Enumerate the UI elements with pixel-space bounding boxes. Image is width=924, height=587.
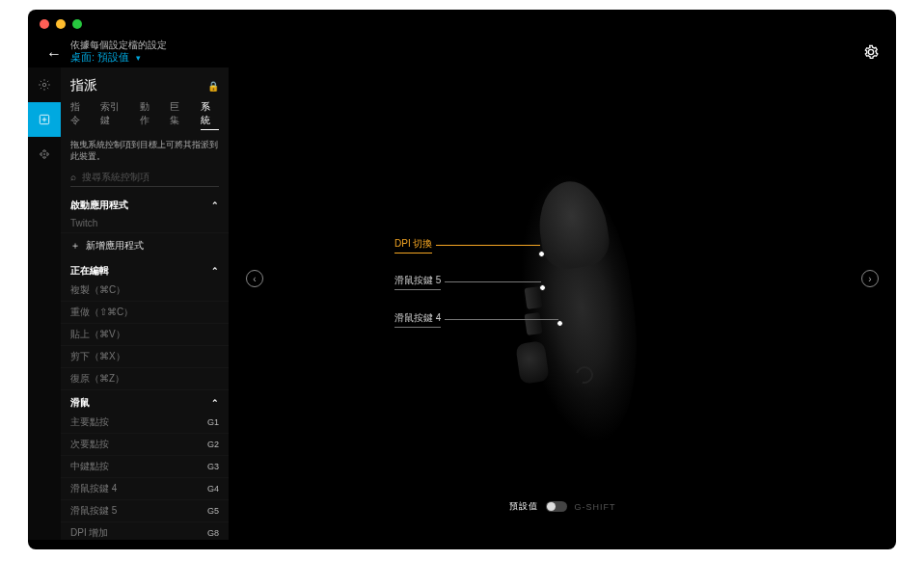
mouse-btn4[interactable]: 滑鼠按鍵 4G4 xyxy=(61,478,229,500)
callout-btn5-label: 滑鼠按鍵 5 xyxy=(394,274,441,290)
svg-line-7 xyxy=(41,88,41,89)
section-editing-label: 正在編輯 xyxy=(70,264,109,278)
tab-macros[interactable]: 巨集 xyxy=(170,100,188,130)
callout-btn4-label: 滑鼠按鍵 4 xyxy=(394,311,441,328)
header: ← 依據每個設定檔的設定 桌面: 預設值 ▾ xyxy=(28,10,896,58)
assignments-panel: 指派 🔒 指令 索引鍵 動作 巨集 系統 拖曳系統控制項到目標上可將其指派到此裝… xyxy=(61,67,229,540)
svg-point-0 xyxy=(42,83,46,87)
prev-view-button[interactable]: ‹ xyxy=(246,270,263,287)
plus-box-icon xyxy=(38,113,51,126)
mouse-secondary[interactable]: 次要點按G2 xyxy=(61,434,229,456)
drag-hint: 拖曳系統控制項到目標上可將其指派到此裝置。 xyxy=(61,136,229,166)
cmd-paste[interactable]: 貼上（⌘V） xyxy=(61,324,229,346)
search-box[interactable]: ⌕ xyxy=(70,170,219,187)
rail-assignments[interactable] xyxy=(28,102,61,137)
mouse-dpi-up[interactable]: DPI 增加G8 xyxy=(61,522,229,540)
gshift-switch[interactable] xyxy=(546,501,567,512)
section-mouse-label: 滑鼠 xyxy=(70,396,90,410)
section-editing[interactable]: 正在編輯 ⌃ xyxy=(61,258,229,280)
chevron-up-icon: ⌃ xyxy=(211,200,219,210)
chevron-up-icon: ⌃ xyxy=(211,398,219,408)
rail-sensitivity[interactable] xyxy=(28,137,61,172)
panel-header: 指派 🔒 xyxy=(61,67,229,100)
svg-line-8 xyxy=(47,81,48,82)
device-canvas: ‹ › DPI 切換 滑鼠按鍵 5 滑鼠按鍵 4 預設值 xyxy=(229,67,896,549)
toggle-gshift-label: G-SHIFT xyxy=(575,502,616,512)
search-input[interactable] xyxy=(82,172,219,182)
mouse-btn5[interactable]: 滑鼠按鍵 5G5 xyxy=(61,500,229,522)
svg-line-6 xyxy=(47,88,48,89)
tab-commands[interactable]: 指令 xyxy=(70,100,89,130)
section-launch-label: 啟動應用程式 xyxy=(70,199,128,212)
left-rail xyxy=(28,67,61,540)
profile-name: 預設值 xyxy=(97,51,129,63)
svg-point-12 xyxy=(43,153,44,154)
device-image xyxy=(518,173,634,443)
crosshair-icon xyxy=(38,147,51,161)
app-window: ← 依據每個設定檔的設定 桌面: 預設值 ▾ 指派 🔒 指令 索引鍵 動作 xyxy=(28,10,896,549)
add-app-label: 新增應用程式 xyxy=(86,239,144,253)
tab-keys[interactable]: 索引鍵 xyxy=(100,100,128,130)
cmd-copy[interactable]: 複製（⌘C） xyxy=(61,280,229,302)
section-launch-app[interactable]: 啟動應用程式 ⌃ xyxy=(61,193,229,214)
category-tabs: 指令 索引鍵 動作 巨集 系統 xyxy=(61,100,229,136)
settings-button[interactable] xyxy=(863,44,879,60)
callout-mouse-btn5[interactable]: 滑鼠按鍵 5 xyxy=(394,273,546,291)
sun-icon xyxy=(38,78,51,92)
toggle-default-label: 預設值 xyxy=(509,500,538,513)
mouse-primary[interactable]: 主要點按G1 xyxy=(61,412,229,434)
profile-prefix: 桌面: xyxy=(70,51,95,63)
gshift-toggle: 預設值 G-SHIFT xyxy=(229,500,896,513)
gear-icon xyxy=(863,44,879,60)
chevron-down-icon: ▾ xyxy=(136,53,141,63)
cmd-cut[interactable]: 剪下（⌘X） xyxy=(61,346,229,368)
callout-dpi-shift[interactable]: DPI 切換 xyxy=(394,233,545,257)
app-item-twitch[interactable]: Twitch xyxy=(61,214,229,233)
callout-mouse-btn4[interactable]: 滑鼠按鍵 4 xyxy=(394,311,563,328)
add-application-button[interactable]: ＋ 新增應用程式 xyxy=(61,233,229,258)
svg-line-5 xyxy=(41,81,41,82)
lock-icon[interactable]: 🔒 xyxy=(207,81,219,92)
next-view-button[interactable]: › xyxy=(861,270,879,287)
section-mouse[interactable]: 滑鼠 ⌃ xyxy=(61,390,229,412)
profile-selector[interactable]: 桌面: 預設值 ▾ xyxy=(70,50,141,65)
rail-lighting[interactable] xyxy=(28,67,61,102)
cmd-undo[interactable]: 復原（⌘Z） xyxy=(61,368,229,390)
tab-system[interactable]: 系統 xyxy=(201,100,219,130)
mouse-middle[interactable]: 中鍵點按G3 xyxy=(61,456,229,478)
callout-dpi-shift-label: DPI 切換 xyxy=(394,237,432,253)
tab-actions[interactable]: 動作 xyxy=(140,100,158,130)
back-button[interactable]: ← xyxy=(46,46,62,62)
cmd-redo[interactable]: 重做（⇧⌘C） xyxy=(61,302,229,324)
panel-title: 指派 xyxy=(70,77,97,94)
chevron-up-icon: ⌃ xyxy=(211,266,219,276)
plus-icon: ＋ xyxy=(70,239,80,253)
search-icon: ⌕ xyxy=(70,173,76,182)
